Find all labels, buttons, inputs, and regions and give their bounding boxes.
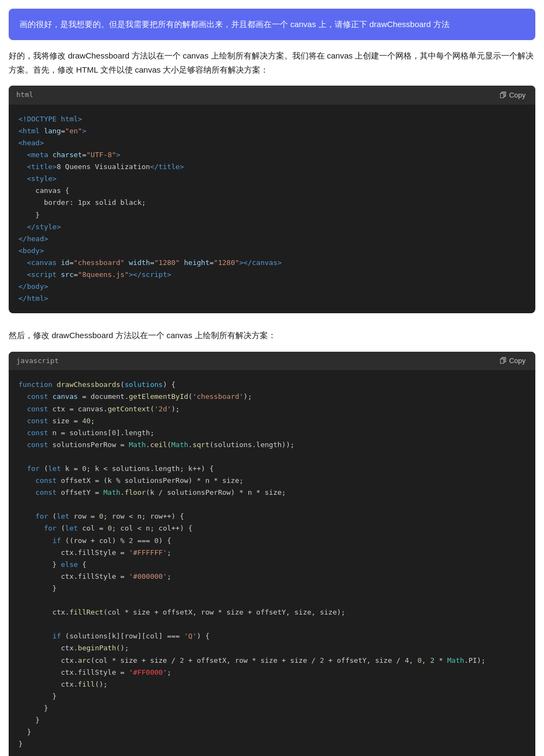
js-code-header: javascript 🗍 Copy	[9, 352, 535, 371]
js-code-pre: function drawChessboards(solutions) { co…	[18, 379, 526, 756]
user-message-text: 画的很好，是我想要的。但是我需要把所有的解都画出来，并且都画在一个 canvas…	[20, 20, 450, 29]
html-code-pre: <!DOCTYPE html> <html lang="en"> <head> …	[18, 113, 526, 305]
html-code-content: <!DOCTYPE html> <html lang="en"> <head> …	[9, 105, 535, 314]
user-message: 画的很好，是我想要的。但是我需要把所有的解都画出来，并且都画在一个 canvas…	[9, 9, 535, 40]
middle-text-content: 然后，修改 drawChessboard 方法以在一个 canvas 上绘制所有…	[9, 331, 276, 340]
html-code-header: html 🗍 Copy	[9, 86, 535, 105]
html-copy-button[interactable]: 🗍 Copy	[497, 90, 528, 100]
js-code-content: function drawChessboards(solutions) { co…	[9, 370, 535, 756]
js-copy-icon: 🗍	[500, 357, 507, 365]
html-lang-label: html	[16, 89, 33, 101]
js-lang-label: javascript	[16, 356, 59, 367]
js-copy-button[interactable]: 🗍 Copy	[497, 356, 528, 366]
copy-icon: 🗍	[500, 91, 507, 99]
html-copy-label: Copy	[509, 91, 526, 99]
assistant-intro: 好的，我将修改 drawChessboard 方法以在一个 canvas 上绘制…	[0, 40, 544, 82]
assistant-intro-text: 好的，我将修改 drawChessboard 方法以在一个 canvas 上绘制…	[9, 51, 534, 74]
js-code-block: javascript 🗍 Copy function drawChessboar…	[9, 352, 535, 756]
html-code-block: html 🗍 Copy <!DOCTYPE html> <html lang="…	[9, 86, 535, 313]
js-copy-label: Copy	[509, 357, 526, 365]
middle-text: 然后，修改 drawChessboard 方法以在一个 canvas 上绘制所有…	[0, 320, 544, 347]
